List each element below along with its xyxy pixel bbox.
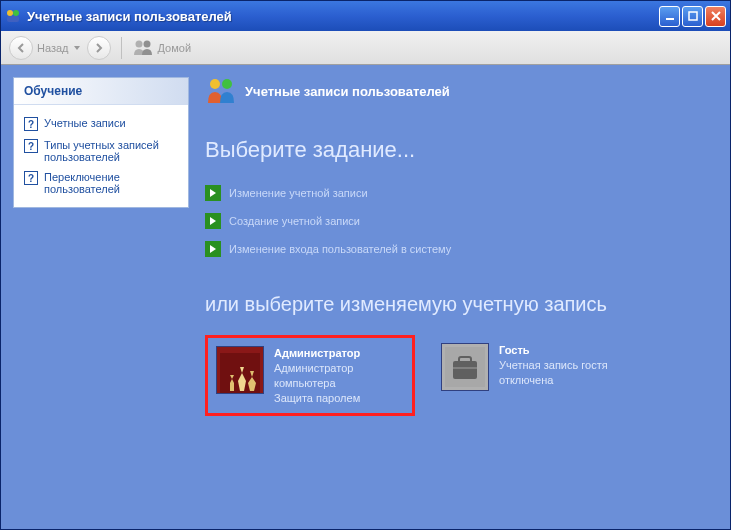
- task-label: Изменение входа пользователей в систему: [229, 243, 451, 255]
- home-label: Домой: [158, 42, 192, 54]
- account-list: Администратор Администратор компьютера З…: [205, 335, 714, 416]
- account-info: Администратор Администратор компьютера З…: [274, 346, 404, 405]
- main-header-title: Учетные записи пользователей: [245, 84, 450, 99]
- back-arrow-icon: [9, 36, 33, 60]
- account-administrator[interactable]: Администратор Администратор компьютера З…: [205, 335, 415, 416]
- task-change-account[interactable]: Изменение учетной записи: [205, 179, 714, 207]
- learn-panel: Обучение ? Учетные записи ? Типы учетных…: [13, 77, 189, 208]
- forward-arrow-icon: [87, 36, 111, 60]
- main-header: Учетные записи пользователей: [201, 65, 718, 117]
- back-button[interactable]: Назад: [9, 36, 81, 60]
- question-icon: ?: [24, 117, 38, 131]
- help-link-account-types[interactable]: ? Типы учетных записей пользователей: [24, 135, 178, 167]
- account-picture-briefcase-icon: [441, 343, 489, 391]
- app-icon: [5, 8, 21, 24]
- minimize-button[interactable]: [659, 6, 680, 27]
- main-pane: Учетные записи пользователей Выберите за…: [201, 65, 730, 529]
- account-status: Защита паролем: [274, 391, 404, 406]
- svg-rect-2: [7, 16, 19, 22]
- learn-panel-body: ? Учетные записи ? Типы учетных записей …: [14, 105, 188, 207]
- account-role: Администратор компьютера: [274, 361, 404, 391]
- svg-point-8: [222, 79, 232, 89]
- arrow-icon: [205, 241, 221, 257]
- task-section: Выберите задание... Изменение учетной за…: [201, 117, 718, 416]
- task-heading: Выберите задание...: [205, 137, 714, 163]
- arrow-icon: [205, 213, 221, 229]
- svg-rect-3: [666, 18, 674, 20]
- svg-point-6: [143, 40, 150, 47]
- help-link-label: Переключение пользователей: [44, 171, 178, 195]
- maximize-button[interactable]: [682, 6, 703, 27]
- learn-panel-title: Обучение: [14, 78, 188, 105]
- account-name: Гость: [499, 343, 635, 358]
- question-icon: ?: [24, 171, 38, 185]
- svg-point-5: [135, 40, 142, 47]
- task-change-logon[interactable]: Изменение входа пользователей в систему: [205, 235, 714, 263]
- help-link-label: Учетные записи: [44, 117, 126, 129]
- help-link-label: Типы учетных записей пользователей: [44, 139, 178, 163]
- forward-button[interactable]: [87, 36, 111, 60]
- account-name: Администратор: [274, 346, 404, 361]
- task-create-account[interactable]: Создание учетной записи: [205, 207, 714, 235]
- account-role: Учетная запись гостя отключена: [499, 358, 635, 388]
- account-guest[interactable]: Гость Учетная запись гостя отключена: [433, 335, 643, 416]
- back-label: Назад: [37, 42, 69, 54]
- users-icon: [205, 75, 237, 107]
- task-label: Изменение учетной записи: [229, 187, 368, 199]
- home-people-icon: [132, 37, 154, 59]
- help-link-switch-users[interactable]: ? Переключение пользователей: [24, 167, 178, 199]
- account-picture-chess-icon: [216, 346, 264, 394]
- account-info: Гость Учетная запись гостя отключена: [499, 343, 635, 408]
- arrow-icon: [205, 185, 221, 201]
- accounts-heading: или выберите изменяемую учетную запись: [205, 291, 714, 317]
- task-label: Создание учетной записи: [229, 215, 360, 227]
- svg-point-0: [7, 10, 13, 16]
- svg-point-7: [210, 79, 220, 89]
- close-button[interactable]: [705, 6, 726, 27]
- toolbar: Назад Домой: [1, 31, 730, 65]
- toolbar-separator: [121, 37, 122, 59]
- window-title: Учетные записи пользователей: [27, 9, 659, 24]
- sidebar: Обучение ? Учетные записи ? Типы учетных…: [1, 65, 201, 529]
- question-icon: ?: [24, 139, 38, 153]
- titlebar: Учетные записи пользователей: [1, 1, 730, 31]
- help-link-accounts[interactable]: ? Учетные записи: [24, 113, 178, 135]
- back-dropdown-icon: [73, 42, 81, 54]
- home-button[interactable]: Домой: [132, 37, 192, 59]
- svg-rect-13: [453, 367, 477, 369]
- window-buttons: [659, 6, 726, 27]
- svg-point-1: [13, 10, 19, 16]
- window: Учетные записи пользователей Назад Домой…: [0, 0, 731, 530]
- svg-rect-4: [689, 12, 697, 20]
- content-area: Обучение ? Учетные записи ? Типы учетных…: [1, 65, 730, 529]
